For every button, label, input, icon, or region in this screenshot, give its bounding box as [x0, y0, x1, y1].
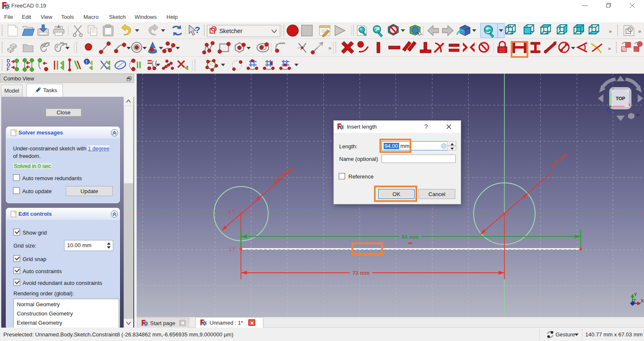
svg-text:»: » — [328, 45, 331, 51]
svg-text:X: X — [628, 103, 631, 107]
svg-text:94 mm: 94 mm — [401, 234, 418, 240]
svg-text:Y: Y — [612, 87, 614, 91]
svg-text:Z: Z — [607, 111, 610, 115]
svg-text:7: 7 — [233, 247, 235, 252]
svg-text:»: » — [638, 28, 641, 34]
svg-text:Sketcher: Sketcher — [219, 28, 243, 34]
svg-text:ø15 mm: ø15 mm — [272, 167, 292, 185]
svg-text:7: 7 — [232, 209, 235, 214]
svg-text:?: ? — [195, 25, 200, 35]
svg-text:73 mm: 73 mm — [352, 270, 369, 276]
svg-text:Z: Z — [633, 298, 636, 303]
svg-text:1: 1 — [229, 209, 231, 214]
svg-text:ø17 mm: ø17 mm — [548, 152, 568, 170]
svg-text:»: » — [609, 28, 612, 34]
svg-text:!: ! — [86, 59, 88, 65]
svg-text:Y: Y — [634, 292, 637, 297]
svg-text:1: 1 — [229, 247, 231, 252]
svg-text:X: X — [641, 298, 644, 303]
svg-text:F: F — [7, 67, 10, 72]
svg-text:»: » — [608, 45, 611, 52]
svg-text:TOP: TOP — [616, 96, 625, 101]
svg-text:r: r — [229, 215, 230, 219]
